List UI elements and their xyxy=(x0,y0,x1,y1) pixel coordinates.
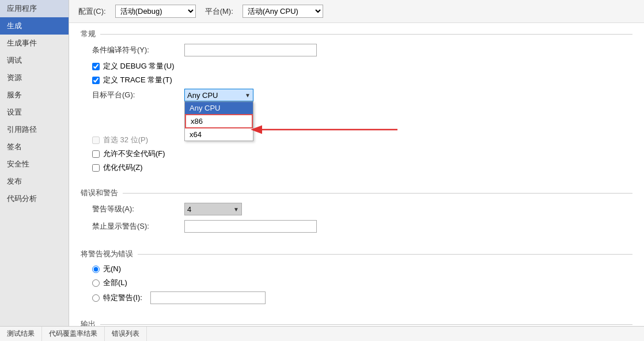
allow-unsafe-label: 允许不安全代码(F) xyxy=(103,149,165,159)
target-platform-dropdown-wrapper: Any CPU ▼ Any CPU x86 x64 xyxy=(184,89,253,101)
sidebar-item-services[interactable]: 服务 xyxy=(0,86,69,104)
define-debug-label: 定义 DEBUG 常量(U) xyxy=(103,61,175,71)
optimize-row: 优化代码(Z) xyxy=(81,162,632,173)
sidebar: 应用程序 生成 生成事件 调试 资源 服务 设置 引用路径 签名 安全性 发布 … xyxy=(0,0,69,326)
output-section: 输出 输出路径(O): 浏览(R)... xyxy=(69,313,644,326)
tab-error-list[interactable]: 错误列表 xyxy=(105,327,147,341)
output-section-title: 输出 xyxy=(81,319,632,326)
conditional-label: 条件编译符号(Y): xyxy=(92,45,184,55)
treat-warnings-title: 将警告视为错误 xyxy=(81,249,632,259)
define-trace-label: 定义 TRACE 常量(T) xyxy=(103,75,172,85)
warning-level-value: 4 xyxy=(187,205,233,214)
all-radio[interactable] xyxy=(92,279,100,287)
prefer32-row: 首选 32 位(P) xyxy=(81,135,632,145)
specific-input[interactable] xyxy=(150,291,266,304)
general-section: 常规 条件编译符号(Y): 定义 DEBUG 常量(U) 定义 TRACE 常量… xyxy=(69,23,644,182)
warning-level-select[interactable]: 4 ▼ xyxy=(184,203,242,215)
define-trace-row: 定义 TRACE 常量(T) xyxy=(81,75,632,85)
sidebar-item-publish[interactable]: 发布 xyxy=(0,173,69,190)
specific-radio-row: 特定警告(I): xyxy=(81,291,632,304)
tab-test-results[interactable]: 测试结果 xyxy=(0,327,42,341)
conditional-input[interactable] xyxy=(184,44,317,56)
sidebar-item-security[interactable]: 安全性 xyxy=(0,156,69,173)
sidebar-item-signing[interactable]: 签名 xyxy=(0,138,69,156)
target-platform-row: 目标平台(G): Any CPU ▼ Any CPU x86 x64 xyxy=(81,89,632,101)
none-radio-row: 无(N) xyxy=(81,264,632,274)
general-section-title: 常规 xyxy=(81,29,632,39)
sidebar-item-build[interactable]: 生成 xyxy=(0,17,69,35)
suppress-label: 禁止显示警告(S): xyxy=(92,221,184,232)
target-platform-select[interactable]: Any CPU ▼ xyxy=(184,89,253,101)
top-bar: 配置(C): 活动(Debug) 平台(M): 活动(Any CPU) xyxy=(69,0,644,23)
all-label: 全部(L) xyxy=(103,278,127,288)
warnings-section: 错误和警告 警告等级(A): 4 ▼ 禁止显示警告(S): xyxy=(69,182,644,243)
dropdown-option-x64[interactable]: x64 xyxy=(185,128,253,141)
warning-level-row: 警告等级(A): 4 ▼ xyxy=(81,203,632,215)
tab-code-coverage[interactable]: 代码覆盖率结果 xyxy=(42,327,105,341)
dropdown-option-x86[interactable]: x86 xyxy=(185,114,253,128)
config-select[interactable]: 活动(Debug) xyxy=(115,5,196,18)
none-label: 无(N) xyxy=(103,264,121,274)
sidebar-item-resources[interactable]: 资源 xyxy=(0,69,69,86)
platform-select[interactable]: 活动(Any CPU) xyxy=(243,5,323,18)
optimize-label: 优化代码(Z) xyxy=(103,162,143,173)
conditional-row: 条件编译符号(Y): xyxy=(81,44,632,56)
prefer32-label: 首选 32 位(P) xyxy=(103,135,148,145)
content-panel: 配置(C): 活动(Debug) 平台(M): 活动(Any CPU) 常规 条… xyxy=(69,0,644,326)
sidebar-item-settings[interactable]: 设置 xyxy=(0,104,69,121)
optimize-checkbox[interactable] xyxy=(92,164,100,172)
sidebar-item-application[interactable]: 应用程序 xyxy=(0,0,69,17)
allow-unsafe-row: 允许不安全代码(F) xyxy=(81,149,632,159)
none-radio[interactable] xyxy=(92,266,100,273)
target-platform-dropdown-popup: Any CPU x86 x64 xyxy=(184,101,253,141)
prefer32-checkbox[interactable] xyxy=(92,137,100,144)
target-platform-label: 目标平台(G): xyxy=(92,90,184,100)
target-platform-value: Any CPU xyxy=(187,91,245,100)
warning-level-label: 警告等级(A): xyxy=(92,204,184,214)
suppress-row: 禁止显示警告(S): xyxy=(81,220,632,233)
dropdown-option-any-cpu[interactable]: Any CPU xyxy=(185,102,253,114)
config-label: 配置(C): xyxy=(78,6,106,17)
sidebar-item-ref-paths[interactable]: 引用路径 xyxy=(0,121,69,138)
bottom-tabs-bar: 测试结果 代码覆盖率结果 错误列表 xyxy=(0,326,644,341)
treat-warnings-section: 将警告视为错误 无(N) 全部(L) 特定警告(I): xyxy=(69,243,644,313)
define-trace-checkbox[interactable] xyxy=(92,77,100,84)
suppress-input[interactable] xyxy=(184,220,317,233)
dropdown-arrow-icon: ▼ xyxy=(245,92,251,98)
specific-label: 特定警告(I): xyxy=(103,293,142,303)
platform-label: 平台(M): xyxy=(205,6,233,17)
all-radio-row: 全部(L) xyxy=(81,278,632,288)
sidebar-item-build-events[interactable]: 生成事件 xyxy=(0,35,69,52)
warnings-section-title: 错误和警告 xyxy=(81,188,632,198)
sidebar-item-code-analysis[interactable]: 代码分析 xyxy=(0,190,69,207)
sidebar-item-debug[interactable]: 调试 xyxy=(0,52,69,69)
define-debug-row: 定义 DEBUG 常量(U) xyxy=(81,61,632,71)
specific-radio[interactable] xyxy=(92,294,100,302)
warning-level-arrow-icon: ▼ xyxy=(233,206,239,213)
allow-unsafe-checkbox[interactable] xyxy=(92,150,100,158)
define-debug-checkbox[interactable] xyxy=(92,63,100,70)
